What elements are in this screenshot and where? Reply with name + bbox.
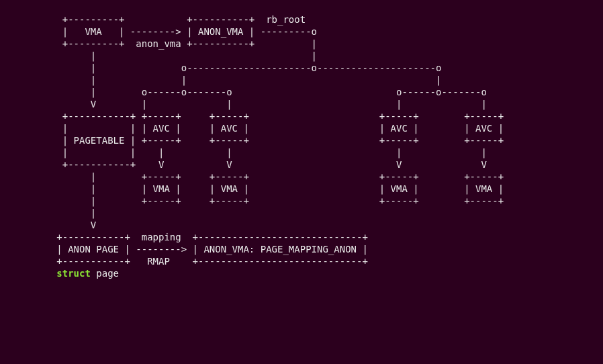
diagram-line: V | | | | xyxy=(0,99,487,109)
diagram-line: | +-----+ +-----+ +-----+ +-----+ xyxy=(0,195,504,206)
diagram-line: | | | AVC | | AVC | | AVC | | AVC | xyxy=(0,123,504,134)
diagram-line: +-----------+ RMAP +--------------------… xyxy=(0,256,368,267)
diagram-line: | o------o-------o o------o-------o xyxy=(0,87,487,97)
keyword-rest: page xyxy=(91,268,119,279)
diagram-line: +---------+ anon_vma +----------+ | xyxy=(0,38,317,49)
diagram-line: +-----------+ mapping +-----------------… xyxy=(0,232,368,242)
diagram-line: | VMA | --------> | ANON_VMA | ---------… xyxy=(0,26,317,37)
diagram-line: | xyxy=(0,208,96,218)
ascii-diagram: +---------+ +----------+ rb_root | VMA |… xyxy=(0,0,603,279)
diagram-line: | +-----+ +-----+ +-----+ +-----+ xyxy=(0,171,504,182)
diagram-line: | | xyxy=(0,50,317,61)
diagram-line: +-----------+ +-----+ +-----+ +-----+ +-… xyxy=(0,111,504,122)
diagram-line: | | | | | | xyxy=(0,147,487,158)
keyword-struct: struct xyxy=(56,268,91,279)
struct-page-label: struct page xyxy=(0,268,119,279)
diagram-line: | PAGETABLE | +-----+ +-----+ +-----+ +-… xyxy=(0,135,504,146)
diagram-line: | | VMA | | VMA | | VMA | | VMA | xyxy=(0,183,504,194)
diagram-line: | o----------------------o--------------… xyxy=(0,62,441,73)
diagram-line: V xyxy=(0,220,96,230)
diagram-line: +---------+ +----------+ rb_root xyxy=(0,14,306,25)
diagram-line: | ANON PAGE | --------> | ANON_VMA: PAGE… xyxy=(0,244,368,255)
diagram-line: | | | xyxy=(0,75,441,85)
diagram-line: +-----------+ V V V V xyxy=(0,159,487,170)
